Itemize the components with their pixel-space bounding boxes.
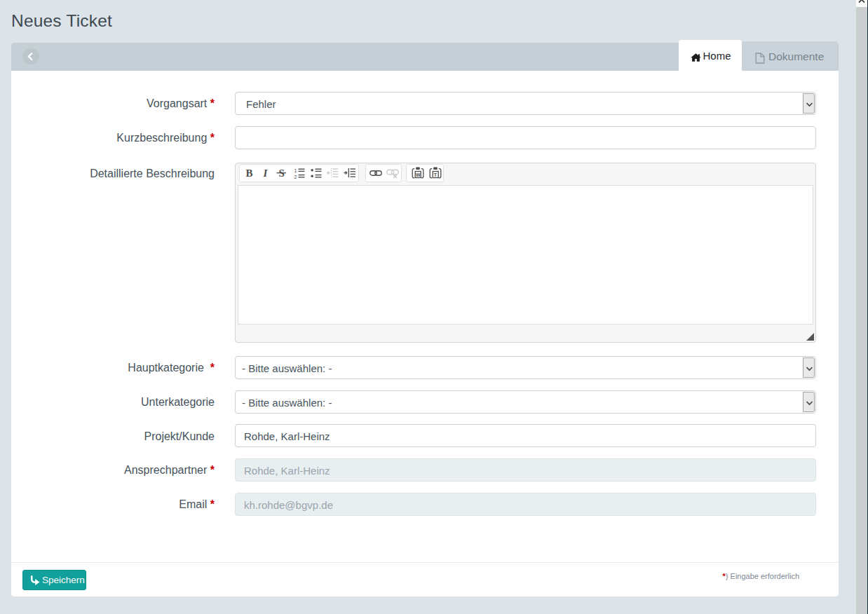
svg-text:2: 2 xyxy=(294,175,297,179)
svg-text:T: T xyxy=(433,172,437,177)
svg-text:B: B xyxy=(246,168,253,179)
svg-text:1: 1 xyxy=(294,168,297,173)
svg-text:W: W xyxy=(416,172,421,177)
svg-text:I: I xyxy=(263,168,269,179)
